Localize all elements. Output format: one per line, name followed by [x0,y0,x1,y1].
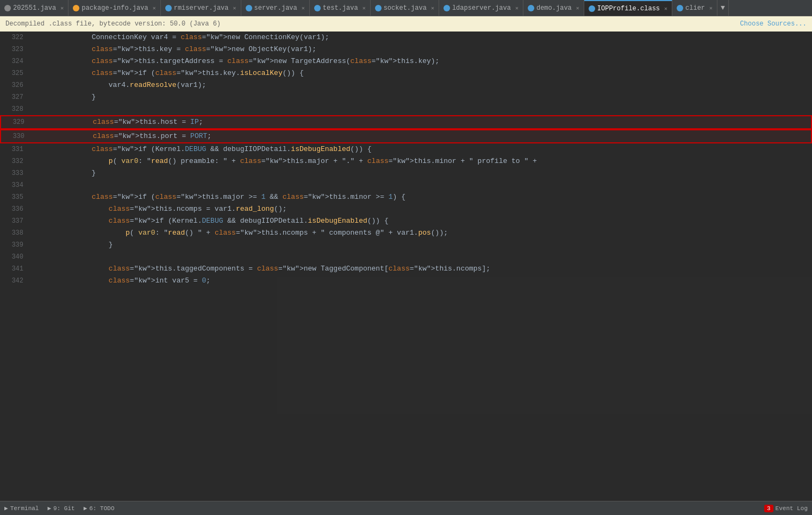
tab-test[interactable]: test.java ✕ [310,0,371,16]
choose-sources-link[interactable]: Choose Sources... [740,20,807,28]
tab-label-demo: demo.java [536,4,572,12]
line-number-333: 333 [0,167,30,179]
tab-icon-ldapserver [444,5,450,11]
line-number-330: 330 [1,130,31,142]
line-number-325: 325 [0,67,30,79]
code-content-342: class="kw">int var5 = 0; [41,275,812,287]
tab-icon-IOPProfile [589,5,595,12]
code-editor: 322 ConnectionKey var4 = class="kw">new … [0,32,812,501]
tab-socket[interactable]: socket.java ✕ [371,0,439,16]
code-line-333: 333 } [0,167,812,179]
line-number-322: 322 [0,32,30,43]
line-number-336: 336 [0,203,30,215]
code-line-337: 337 class="kw">if (Kernel.DEBUG && debug… [0,215,812,227]
todo-label: 6: TODO [89,505,114,512]
tab-icon-package-info [73,5,79,11]
close-tab-clier[interactable]: ✕ [709,5,713,11]
code-content-336: class="kw">this.ncomps = var1.read_long(… [41,203,812,215]
code-line-340: 340 [0,251,812,263]
tab-demo[interactable]: demo.java ✕ [523,0,584,16]
code-content-340 [41,251,812,263]
code-line-325: 325 class="kw">if (class="kw">this.key.i… [0,67,812,79]
code-content-341: class="kw">this.taggedComponents = class… [41,263,812,275]
code-line-331: 331 class="kw">if (Kernel.DEBUG && debug… [0,143,812,155]
terminal-status[interactable]: ▶ Terminal [4,505,39,512]
line-number-324: 324 [0,55,30,67]
code-content-331: class="kw">if (Kernel.DEBUG && debugIIOP… [41,143,812,155]
code-content-326: var4.readResolve(var1); [41,79,812,91]
tab-rmiserver[interactable]: rmiserver.java ✕ [161,0,241,16]
line-number-337: 337 [0,215,30,227]
tab-server[interactable]: server.java ✕ [241,0,310,16]
decompiled-notice-bar: Decompiled .class file, bytecode version… [0,16,812,32]
line-number-340: 340 [0,251,30,263]
code-line-330: 330 class="kw">this.port = PORT; [0,129,812,143]
code-content-325: class="kw">if (class="kw">this.key.isLoc… [41,67,812,79]
event-log-area[interactable]: 3 Event Log [764,505,808,512]
code-line-323: 323 class="kw">this.key = class="kw">new… [0,43,812,55]
code-line-342: 342 class="kw">int var5 = 0; [0,275,812,287]
todo-status[interactable]: ▶ 6: TODO [84,505,115,512]
close-tab-202551[interactable]: ✕ [60,5,64,11]
code-content-324: class="kw">this.targetAddress = class="k… [41,55,812,67]
tab-icon-rmiserver [165,5,172,11]
git-status[interactable]: ▶ 9: Git [47,505,74,512]
code-content-334 [41,179,812,191]
tab-ldapserver[interactable]: ldapserver.java ✕ [439,0,523,16]
line-number-332: 332 [0,155,30,167]
close-tab-demo[interactable]: ✕ [576,5,579,11]
tab-icon-socket [375,5,382,11]
close-tab-ldapserver[interactable]: ✕ [515,5,519,11]
tab-label-rmiserver: rmiserver.java [174,4,229,12]
line-number-327: 327 [0,91,30,103]
status-bar: ▶ Terminal ▶ 9: Git ▶ 6: TODO 3 Event Lo… [0,501,812,515]
tab-label-202551: 202551.java [13,4,56,12]
code-line-339: 339 } [0,239,812,251]
tab-clier[interactable]: clier ✕ [672,0,717,16]
code-line-336: 336 class="kw">this.ncomps = var1.read_l… [0,203,812,215]
line-number-338: 338 [0,227,30,239]
git-icon: ▶ [47,505,51,512]
event-log-badge: 3 [764,505,773,512]
code-line-338: 338 p( var0: "read() " + class="kw">this… [0,227,812,239]
tabs-overflow-chevron[interactable]: ▼ [717,0,729,16]
code-line-322: 322 ConnectionKey var4 = class="kw">new … [0,32,812,43]
code-content-335: class="kw">if (class="kw">this.major >= … [41,191,812,203]
code-line-324: 324 class="kw">this.targetAddress = clas… [0,55,812,67]
close-tab-socket[interactable]: ✕ [431,5,434,11]
terminal-icon: ▶ [4,505,8,512]
tab-package-info[interactable]: package-info.java ✕ [68,0,160,16]
tab-icon-202551 [4,5,11,11]
tab-icon-clier [677,5,683,11]
code-line-327: 327 } [0,91,812,103]
tab-icon-test [314,5,321,11]
line-number-339: 339 [0,239,30,251]
tab-bar: 202551.java ✕ package-info.java ✕ rmiser… [0,0,812,16]
tab-label-ldapserver: ldapserver.java [452,4,511,12]
tab-label-IOPProfile: IOPProfile.class [597,5,660,12]
line-number-326: 326 [0,79,30,91]
close-tab-server[interactable]: ✕ [302,5,305,11]
line-number-323: 323 [0,43,30,55]
line-number-334: 334 [0,179,30,191]
code-line-341: 341 class="kw">this.taggedComponents = c… [0,263,812,275]
line-number-335: 335 [0,191,30,203]
code-content-327: } [41,91,812,103]
code-content-323: class="kw">this.key = class="kw">new Obj… [41,43,812,55]
close-tab-rmiserver[interactable]: ✕ [233,5,236,11]
code-content-333: } [41,167,812,179]
close-tab-test[interactable]: ✕ [363,5,366,11]
code-content-330: class="kw">this.port = PORT; [42,130,811,142]
tab-IOPProfile[interactable]: IOPProfile.class ✕ [584,0,672,16]
line-number-341: 341 [0,263,30,275]
line-number-328: 328 [0,103,30,115]
tab-202551[interactable]: 202551.java ✕ [0,0,68,16]
code-content-338: p( var0: "read() " + class="kw">this.nco… [41,227,812,239]
tab-label-test: test.java [323,4,358,12]
close-tab-package-info[interactable]: ✕ [153,5,156,11]
close-tab-IOPProfile[interactable]: ✕ [664,5,667,12]
line-number-342: 342 [0,275,30,287]
tab-label-server: server.java [254,4,297,12]
line-number-329: 329 [1,116,31,128]
code-content-337: class="kw">if (Kernel.DEBUG && debugIIOP… [41,215,812,227]
